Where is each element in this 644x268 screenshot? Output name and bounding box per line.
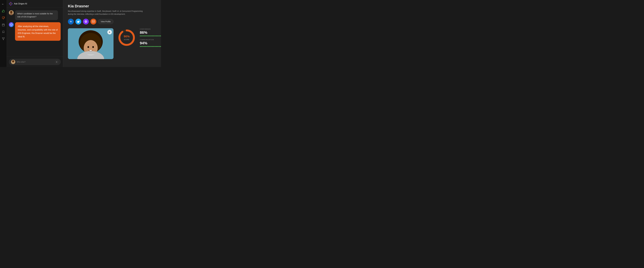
progress-segment — [152, 46, 153, 47]
score-label: 90% SCORE — [124, 35, 130, 41]
communication-bar — [140, 46, 161, 47]
svg-point-25 — [92, 46, 94, 48]
communication-value: 94% — [140, 41, 161, 45]
website-button[interactable] — [83, 19, 89, 24]
progress-segment — [144, 35, 145, 36]
progress-segment — [154, 35, 156, 36]
progress-segment — [153, 46, 154, 47]
chat-title: Ask Origon AI — [14, 2, 27, 5]
send-icon: ➤ — [56, 61, 58, 63]
progress-segment — [158, 46, 160, 47]
confidence-stat: CONFIDENCE 86% — [140, 28, 161, 36]
stats-column: CONFIDENCE 86% COMMUNICATION 94% — [140, 28, 161, 47]
bottom-section: 90% SCORE CONFIDENCE 86% COMMUNICATION 9… — [68, 28, 156, 59]
progress-segment — [160, 46, 161, 47]
progress-segment — [148, 46, 149, 47]
social-links-row: in View Profile — [68, 19, 156, 24]
progress-segment — [150, 35, 152, 36]
progress-segment — [148, 35, 149, 36]
progress-segment — [160, 35, 161, 36]
thumbs-down-icon[interactable] — [2, 16, 5, 20]
progress-segment — [149, 46, 150, 47]
video-thumbnail[interactable] — [68, 28, 114, 59]
confidence-value: 86% — [140, 30, 161, 35]
chat-panel: Ask Origon AI Which candidate is most su… — [7, 0, 63, 67]
score-percent: 90% — [124, 35, 130, 38]
origon-logo-icon — [9, 2, 12, 6]
email-button[interactable] — [90, 19, 96, 24]
progress-segment — [150, 46, 152, 47]
svg-point-16 — [12, 60, 14, 62]
confidence-bar — [140, 35, 161, 36]
thumbs-up-icon[interactable] — [2, 9, 5, 13]
score-section: 90% SCORE CONFIDENCE 86% COMMUNICATION 9… — [117, 28, 161, 47]
user-avatar — [9, 10, 14, 15]
filter-icon[interactable] — [2, 37, 5, 41]
svg-marker-27 — [109, 31, 110, 33]
back-button[interactable]: ← — [1, 2, 5, 6]
progress-segment — [146, 46, 148, 47]
chat-input-area: ➤ — [7, 57, 63, 67]
ai-message-bubble: After analyzing all the interviews, resu… — [15, 22, 61, 41]
confidence-label: CONFIDENCE — [140, 28, 161, 30]
user-message-bubble: Which candidate is most suitable for the… — [15, 10, 58, 20]
input-avatar — [11, 60, 15, 64]
svg-marker-4 — [2, 38, 4, 40]
score-donut: 90% SCORE — [117, 28, 136, 47]
progress-segment — [142, 35, 144, 36]
send-button[interactable]: ➤ — [54, 60, 59, 64]
sidebar: ← — [0, 0, 7, 67]
progress-segment — [145, 46, 146, 47]
progress-segment — [156, 35, 157, 36]
progress-segment — [146, 35, 148, 36]
progress-segment — [152, 35, 153, 36]
svg-rect-0 — [2, 24, 4, 26]
candidate-photo — [68, 28, 114, 59]
chat-header: Ask Origon AI — [7, 0, 63, 8]
progress-segment — [149, 35, 150, 36]
svg-point-24 — [88, 46, 89, 48]
chat-input-row: ➤ — [9, 59, 61, 65]
calendar-icon[interactable] — [2, 23, 5, 27]
progress-segment — [142, 46, 144, 47]
progress-segment — [158, 35, 160, 36]
progress-segment — [141, 46, 142, 47]
chat-input[interactable] — [17, 61, 53, 63]
progress-segment — [140, 35, 141, 36]
communication-label: COMMUNICATION — [140, 39, 161, 40]
play-button[interactable] — [107, 30, 112, 34]
score-text: SCORE — [124, 39, 130, 40]
ai-avatar — [9, 22, 14, 27]
profile-panel: Kia Drasner Kia showcased strong experti… — [63, 0, 161, 67]
progress-segment — [144, 46, 145, 47]
twitter-button[interactable] — [76, 19, 81, 24]
bookmark-icon[interactable] — [2, 30, 5, 34]
svg-point-11 — [10, 11, 12, 13]
progress-segment — [141, 35, 142, 36]
progress-segment — [140, 46, 141, 47]
progress-segment — [145, 35, 146, 36]
progress-segment — [154, 46, 156, 47]
ai-message-row: After analyzing all the interviews, resu… — [9, 22, 61, 41]
progress-segment — [156, 46, 157, 47]
progress-segment — [157, 46, 158, 47]
user-message-row: Which candidate is most suitable for the… — [9, 10, 61, 20]
chat-messages: Which candidate is most suitable for the… — [7, 8, 63, 57]
view-profile-button[interactable]: View Profile — [98, 19, 114, 24]
progress-segment — [153, 35, 154, 36]
candidate-name: Kia Drasner — [68, 4, 156, 8]
communication-stat: COMMUNICATION 94% — [140, 39, 161, 47]
linkedin-button[interactable]: in — [68, 19, 74, 24]
progress-segment — [157, 35, 158, 36]
candidate-description: Kia showcased strong expertise in Swift,… — [68, 10, 146, 16]
